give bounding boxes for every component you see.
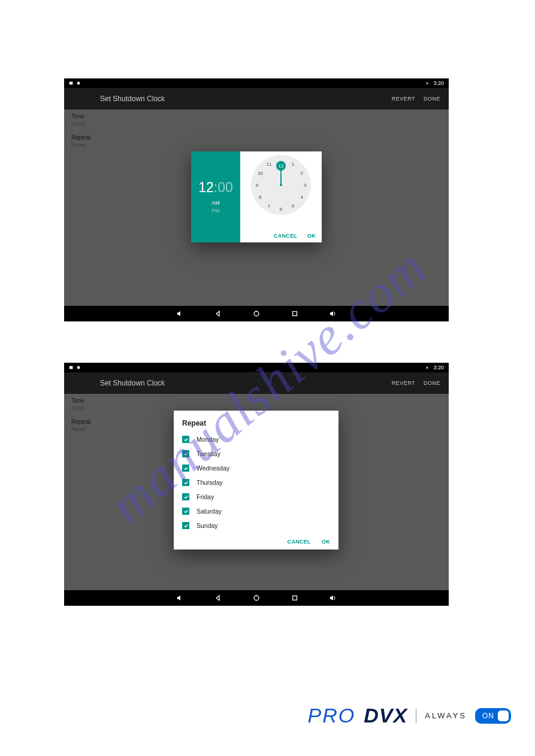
- apple-icon: [76, 365, 81, 370]
- svg-rect-0: [69, 82, 73, 85]
- done-button[interactable]: DONE: [424, 380, 440, 386]
- ok-button[interactable]: OK: [322, 539, 330, 545]
- hour-3[interactable]: 3: [301, 183, 309, 188]
- volume-down-icon[interactable]: [176, 594, 184, 602]
- checkbox-icon[interactable]: [182, 450, 189, 457]
- always-text: ALWAYS: [425, 711, 467, 720]
- day-label: Monday: [197, 436, 219, 443]
- svg-rect-4: [69, 366, 73, 369]
- svg-point-6: [254, 596, 259, 600]
- day-label: Saturday: [197, 508, 222, 515]
- bell-icon: [425, 365, 430, 370]
- page-title: Set Shutdown Clock: [100, 379, 165, 387]
- back-icon[interactable]: [214, 594, 222, 602]
- app-bar: Set Shutdown Clock REVERT DONE: [64, 372, 449, 394]
- hour-1[interactable]: 1: [289, 162, 297, 167]
- day-label: Sunday: [197, 522, 218, 529]
- svg-point-5: [77, 366, 80, 369]
- svg-point-1: [77, 82, 80, 85]
- recents-icon[interactable]: [291, 309, 299, 318]
- day-row-sunday[interactable]: Sunday: [182, 518, 330, 533]
- svg-rect-7: [293, 596, 297, 600]
- divider: [416, 709, 416, 723]
- hour-2[interactable]: 2: [298, 171, 306, 176]
- nav-bar: [64, 590, 449, 606]
- day-row-thursday[interactable]: Thursday: [182, 475, 330, 490]
- nav-bar: [64, 306, 449, 321]
- clock-center: [280, 184, 282, 186]
- day-label: Friday: [197, 493, 214, 500]
- time-picker-dialog: 12:00 AM PM 12 1234567891011 CANCEL OK: [191, 151, 322, 242]
- day-row-wednesday[interactable]: Wednesday: [182, 461, 330, 475]
- hour-7[interactable]: 7: [265, 203, 273, 208]
- cancel-button[interactable]: CANCEL: [288, 539, 311, 545]
- hour-10[interactable]: 10: [256, 171, 264, 176]
- battery-icon: [69, 365, 74, 370]
- status-time: 3:20: [433, 365, 444, 371]
- checkbox-icon[interactable]: [182, 522, 189, 529]
- app-bar: Set Shutdown Clock REVERT DONE: [64, 88, 449, 110]
- volume-up-icon[interactable]: [329, 594, 337, 602]
- status-bar: 3:20: [64, 78, 449, 88]
- day-label: Wednesday: [197, 464, 229, 472]
- svg-point-2: [254, 311, 259, 316]
- logo-pro: PRO: [308, 704, 356, 727]
- hour-4[interactable]: 4: [298, 195, 306, 200]
- back-icon[interactable]: [214, 309, 222, 318]
- on-badge: ON: [475, 708, 511, 724]
- apple-icon: [76, 81, 81, 86]
- day-row-friday[interactable]: Friday: [182, 490, 330, 504]
- dialog-title: Repeat: [182, 419, 330, 427]
- checkbox-icon[interactable]: [182, 436, 189, 443]
- cancel-button[interactable]: CANCEL: [274, 233, 297, 239]
- status-time: 3:20: [433, 80, 444, 86]
- screenshot-1: 3:20 Set Shutdown Clock REVERT DONE Time…: [64, 78, 449, 321]
- toggle-knob: [498, 711, 509, 721]
- screenshot-2: 3:20 Set Shutdown Clock REVERT DONE Time…: [64, 363, 449, 606]
- hour-display[interactable]: 12: [198, 180, 214, 195]
- home-icon[interactable]: [252, 309, 261, 318]
- hour-8[interactable]: 8: [256, 195, 264, 200]
- repeat-dialog: Repeat MondayTuesdayWednesdayThursdayFri…: [174, 411, 338, 549]
- clock-face-container: 12 1234567891011 CANCEL OK: [240, 151, 322, 242]
- svg-rect-3: [293, 312, 297, 316]
- ok-button[interactable]: OK: [307, 233, 316, 239]
- done-button[interactable]: DONE: [424, 96, 440, 102]
- bell-icon: [425, 81, 430, 86]
- hour-9[interactable]: 9: [253, 183, 261, 188]
- on-text: ON: [482, 712, 494, 720]
- clock-face[interactable]: 12 1234567891011: [251, 155, 311, 215]
- day-row-monday[interactable]: Monday: [182, 432, 330, 447]
- day-label: Tuesday: [197, 450, 220, 457]
- volume-up-icon[interactable]: [329, 309, 337, 318]
- hour-6[interactable]: 6: [277, 207, 285, 212]
- day-row-saturday[interactable]: Saturday: [182, 504, 330, 518]
- pm-toggle[interactable]: PM: [211, 207, 220, 215]
- footer-logo: PRO DVX ALWAYS ON: [308, 704, 511, 727]
- recents-icon[interactable]: [291, 594, 299, 602]
- logo-dvx: DVX: [364, 704, 407, 727]
- time-picker-header: 12:00 AM PM: [191, 151, 240, 242]
- selected-hour-knob[interactable]: 12: [276, 161, 286, 171]
- page-title: Set Shutdown Clock: [100, 95, 165, 103]
- battery-icon: [69, 81, 74, 86]
- hour-5[interactable]: 5: [289, 203, 297, 208]
- volume-down-icon[interactable]: [176, 309, 184, 318]
- revert-button[interactable]: REVERT: [392, 96, 415, 102]
- am-toggle[interactable]: AM: [211, 199, 220, 207]
- day-row-tuesday[interactable]: Tuesday: [182, 447, 330, 461]
- checkbox-icon[interactable]: [182, 464, 189, 472]
- checkbox-icon[interactable]: [182, 493, 189, 500]
- status-bar: 3:20: [64, 363, 449, 372]
- revert-button[interactable]: REVERT: [392, 380, 415, 386]
- minute-display[interactable]: 00: [217, 180, 233, 195]
- checkbox-icon[interactable]: [182, 479, 189, 486]
- day-label: Thursday: [197, 479, 223, 486]
- home-icon[interactable]: [252, 594, 261, 602]
- checkbox-icon[interactable]: [182, 508, 189, 515]
- hour-11[interactable]: 11: [265, 162, 273, 167]
